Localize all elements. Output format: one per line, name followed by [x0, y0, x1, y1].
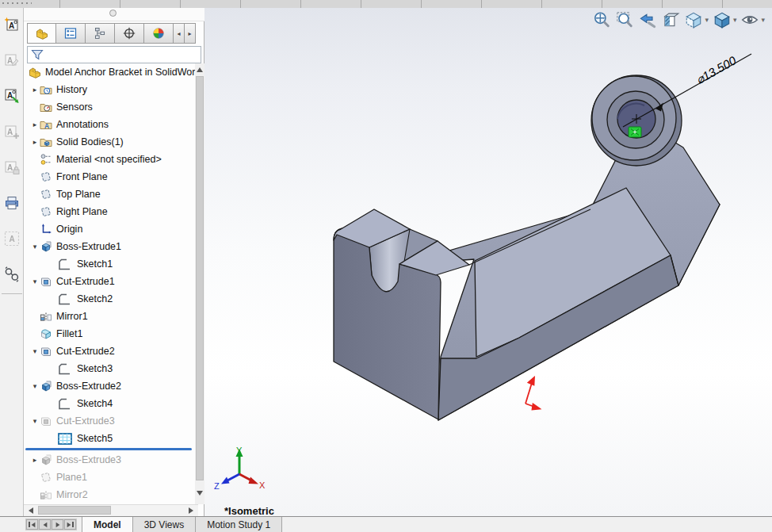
- tree-item-boss-extrude1[interactable]: ▾Boss-Extrude1: [24, 238, 195, 255]
- tree-item-mirror2[interactable]: Mirror2: [24, 486, 195, 503]
- collapse-arrow-icon[interactable]: ▾: [30, 347, 40, 355]
- scroll-up-button[interactable]: [195, 65, 204, 75]
- tree-item-material-not-specified[interactable]: Material <not specified>: [24, 151, 195, 168]
- tree-vertical-scrollbar-thumb[interactable]: [196, 76, 204, 480]
- tab-configurationmanager[interactable]: [86, 23, 115, 44]
- tree-item-plane1[interactable]: Plane1: [24, 469, 195, 486]
- anchor-bracket-part[interactable]: [334, 75, 720, 420]
- hide-show-items-icon: [740, 10, 759, 29]
- motion-elements-button[interactable]: [2, 264, 22, 285]
- expand-arrow-icon[interactable]: ▸: [30, 138, 40, 146]
- tab-model[interactable]: Model: [82, 517, 133, 532]
- tree-item-cut-extrude3[interactable]: ▾Cut-Extrude3: [24, 412, 195, 430]
- expand-arrow-icon[interactable]: ▸: [30, 456, 40, 464]
- tree-item-cut-extrude1[interactable]: ▾Cut-Extrude1: [24, 273, 195, 290]
- tree-item-sketch1[interactable]: Sketch1: [24, 255, 195, 273]
- mirror-icon: [40, 488, 52, 501]
- collapse-arrow-icon[interactable]: ▾: [30, 417, 40, 425]
- cut-extrude-icon: [40, 275, 52, 288]
- tab-dimxpertmanager[interactable]: [115, 23, 144, 44]
- tab-dimxpert-icon: [123, 27, 136, 40]
- view-orientation-button[interactable]: [683, 10, 704, 30]
- tree-item-label: Boss-Extrude2: [56, 381, 121, 392]
- tree-item-sketch2[interactable]: Sketch2: [24, 290, 195, 308]
- tree-item-top-plane[interactable]: Top Plane: [24, 186, 195, 203]
- zoom-to-fit-button[interactable]: [591, 10, 612, 30]
- zoom-to-area-button[interactable]: [614, 10, 635, 30]
- tree-item-solid-bodies-1[interactable]: ▸Solid Bodies(1): [24, 133, 195, 151]
- tree-item-sketch3[interactable]: Sketch3: [24, 360, 195, 377]
- last-tab-button[interactable]: [64, 519, 76, 530]
- expand-arrow-icon[interactable]: ▸: [30, 86, 40, 94]
- view-orientation-dropdown-button[interactable]: ▾: [705, 16, 709, 24]
- hide-show-items-button[interactable]: [740, 10, 760, 30]
- tree-filter-input[interactable]: [46, 47, 201, 63]
- tab-motion-study-1[interactable]: Motion Study 1: [196, 517, 282, 532]
- hide-show-items-dropdown-button[interactable]: ▾: [761, 16, 765, 24]
- previous-tab-button[interactable]: [39, 519, 51, 530]
- tree-item-boss-extrude2[interactable]: ▾Boss-Extrude2: [24, 377, 195, 395]
- print-annotation-button[interactable]: [2, 193, 22, 213]
- tree-item-front-plane[interactable]: Front Plane: [24, 168, 195, 186]
- tree-item-label: Right Plane: [56, 206, 108, 217]
- scroll-right-button[interactable]: [185, 506, 196, 515]
- tree-item-model-anchor-bracket-in-solidworl[interactable]: Model Anchor Bracket in SolidWorl: [24, 63, 195, 81]
- tree-item-mirror1[interactable]: Mirror1: [24, 308, 195, 325]
- nav-arrow-icon: [43, 522, 47, 526]
- note-add-icon: [4, 124, 20, 140]
- nav-arrow-icon: [31, 522, 35, 526]
- tree-item-label: Solid Bodies(1): [56, 136, 124, 147]
- tab-featuremanager-design-tree[interactable]: [27, 23, 56, 44]
- tree-item-fillet1[interactable]: Fillet1: [24, 325, 195, 343]
- tree-item-right-plane[interactable]: Right Plane: [24, 203, 195, 220]
- boss-extrude-icon: [40, 240, 52, 253]
- tab-3d-views[interactable]: 3D Views: [133, 517, 196, 532]
- tree-item-sketch5[interactable]: Sketch5: [24, 430, 195, 447]
- left-toolbar: [0, 8, 24, 516]
- scroll-down-button[interactable]: [195, 488, 204, 498]
- tab-scroll-right-button[interactable]: ▸: [185, 23, 196, 44]
- display-style-dropdown-button[interactable]: ▾: [733, 16, 737, 24]
- scroll-left-button[interactable]: [25, 506, 36, 515]
- edit-annotation-button: [2, 50, 22, 71]
- sketch-icon: [57, 258, 73, 271]
- display-style-button[interactable]: [712, 10, 732, 30]
- tree-item-label: Origin: [56, 224, 82, 235]
- reference-triad: Y X Z: [214, 446, 266, 491]
- section-view-button[interactable]: [660, 10, 681, 30]
- first-tab-button[interactable]: [26, 519, 38, 530]
- sketch-relation-badge[interactable]: [629, 127, 641, 137]
- tree-item-sensors[interactable]: Sensors: [24, 98, 195, 116]
- tab-propertymanager[interactable]: [56, 23, 86, 44]
- tree-item-origin[interactable]: Origin: [24, 220, 195, 238]
- tree-item-annotations[interactable]: ▸Annotations: [24, 116, 195, 133]
- mirror-icon: [40, 310, 52, 323]
- nav-arrow-icon: [67, 522, 71, 526]
- zoom-to-fit-icon: [592, 10, 611, 29]
- tree-item-label: Boss-Extrude1: [56, 241, 121, 252]
- tree-item-history[interactable]: ▸History: [24, 81, 195, 98]
- tree-horizontal-scrollbar-thumb[interactable]: [38, 506, 111, 515]
- tree-item-sketch4[interactable]: Sketch4: [24, 395, 195, 412]
- previous-view-button[interactable]: [637, 10, 658, 30]
- tree-item-label: Mirror1: [56, 311, 88, 322]
- collapse-arrow-icon[interactable]: ▾: [30, 277, 40, 285]
- sketch-icon: [57, 293, 73, 306]
- new-annotation-view-button[interactable]: [2, 14, 22, 35]
- next-tab-button[interactable]: [52, 519, 63, 530]
- panel-collapse-handle[interactable]: [109, 10, 117, 17]
- tab-scroll-left-button[interactable]: ◂: [174, 23, 185, 44]
- rollback-bar[interactable]: [25, 448, 192, 450]
- toolbar-drag-handle[interactable]: [2, 2, 32, 6]
- insert-annotation-view-button[interactable]: [2, 86, 22, 106]
- expand-arrow-icon[interactable]: ▸: [30, 121, 40, 128]
- tree-item-cut-extrude2[interactable]: ▾Cut-Extrude2: [24, 343, 195, 360]
- collapse-arrow-icon[interactable]: ▾: [30, 382, 40, 390]
- collapse-arrow-icon[interactable]: ▾: [30, 243, 40, 251]
- folder-sensors-icon: [40, 101, 52, 113]
- graphics-viewport[interactable]: ⌀13.500 Y X Z *Isometric ▾▾▾: [204, 8, 772, 516]
- tree-item-boss-extrude3[interactable]: ▸Boss-Extrude3: [24, 451, 195, 469]
- tab-displaymanager[interactable]: [144, 23, 174, 44]
- zoom-to-area-icon: [615, 10, 634, 29]
- printer-icon: [4, 195, 20, 211]
